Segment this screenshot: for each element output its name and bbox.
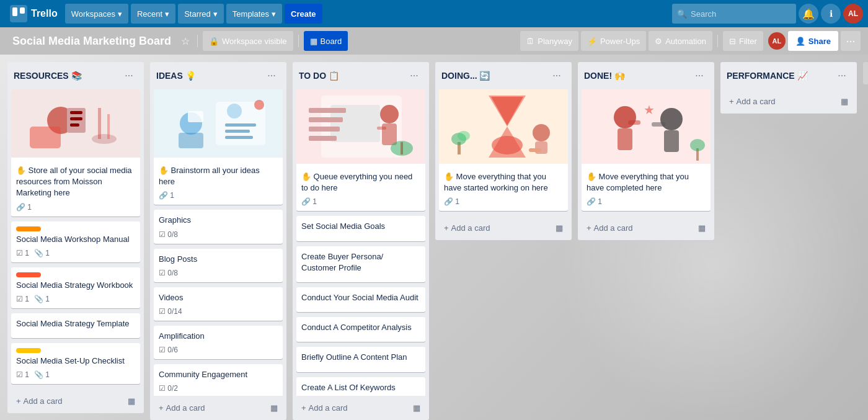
add-card-btn-todo[interactable]: + Add a card ▦ [296, 400, 425, 416]
svg-rect-28 [377, 127, 386, 130]
list-menu-btn-doing[interactable]: ··· [548, 67, 565, 84]
card-text: Conduct Your Social Media Audit [301, 292, 420, 303]
list-title-resources: RESOURCES 📚 [14, 71, 118, 81]
list-footer-done: + Add a card ▦ [578, 216, 714, 240]
card-text: ✋ Queue everything you need to do here [301, 171, 420, 194]
card-competitor-analysis[interactable]: Conduct A Competitor Analysis [296, 317, 425, 342]
card-graphics[interactable]: Graphics ☑ 0/8 [154, 210, 283, 243]
card-label-orange [16, 226, 41, 231]
card-meta: 🔗 1 [301, 197, 420, 206]
plus-icon: + [16, 396, 21, 406]
card-workshop-manual[interactable]: Social Media Workshop Manual ☑ 1 📎 1 [11, 221, 140, 262]
board-avatar[interactable]: AL [768, 32, 786, 50]
add-card-btn-doing[interactable]: + Add a card ▦ [439, 220, 568, 236]
card-buyer-persona[interactable]: Create Buyer Persona/ Customer Profile [296, 246, 425, 282]
list-todo: TO DO 📋 ··· [293, 62, 429, 420]
board-area: RESOURCES 📚 ··· [0, 55, 868, 420]
card-blog-posts[interactable]: Blog Posts ☑ 0/8 [154, 249, 283, 282]
card-meta: ☑ 1 📎 1 [16, 249, 135, 257]
list-resources: RESOURCES 📚 ··· [7, 62, 144, 413]
board-title[interactable]: Social Media Marketing Board [7, 32, 176, 50]
svg-rect-41 [529, 148, 541, 152]
divider [298, 35, 299, 47]
trello-logo[interactable]: Trello [5, 2, 63, 25]
card-badge-checklist: ☑ 0/14 [159, 307, 182, 316]
avatar[interactable]: AL [843, 4, 863, 24]
card-strategy-template[interactable]: Social Media Strategy Template [11, 313, 140, 338]
card-content-plan[interactable]: Briefly Outline A Content Plan [296, 347, 425, 372]
list-title-ideas: IDEAS 💡 [156, 71, 260, 81]
star-board-btn[interactable]: ☆ [179, 33, 192, 50]
list-menu-btn-resources[interactable]: ··· [120, 67, 138, 84]
add-card-btn-ideas[interactable]: + Add a card ▦ [154, 400, 283, 416]
svg-rect-8 [70, 117, 82, 120]
workspaces-btn[interactable]: Workspaces ▾ [65, 4, 128, 24]
add-card-btn-resources[interactable]: + Add a card ▦ [11, 393, 140, 409]
list-menu-btn-todo[interactable]: ··· [405, 67, 423, 84]
card-doing-intro[interactable]: ✋ Move everything that you have started … [439, 89, 568, 211]
card-social-media-goals[interactable]: Set Social Media Goals [296, 216, 425, 241]
card-text: ✋ Move everything that you have started … [444, 171, 563, 194]
card-text: ✋ Store all of your social media resourc… [16, 165, 135, 199]
card-badge-checklist: ☑ 0/2 [159, 384, 178, 393]
power-ups-btn[interactable]: ⚡ Power-Ups [581, 31, 646, 51]
card-badge-link: 🔗 1 [301, 197, 317, 206]
svg-rect-50 [664, 130, 679, 152]
starred-btn[interactable]: Starred ▾ [178, 4, 224, 24]
trello-wordmark: Trello [31, 8, 58, 19]
card-badge-link: 🔗 1 [16, 203, 32, 212]
workspace-visible-btn[interactable]: 🔒 Workspace visible [203, 31, 293, 51]
card-videos[interactable]: Videos ☑ 0/14 [154, 287, 283, 321]
card-text: Blog Posts [159, 254, 278, 265]
templates-btn[interactable]: Templates ▾ [226, 4, 282, 24]
automation-btn[interactable]: ⚙ Automation [649, 31, 712, 51]
card-ideas-intro[interactable]: ✋ Brainstorm all your ideas here 🔗 1 [154, 89, 283, 205]
card-badge-attach: 📎 1 [34, 370, 50, 379]
add-card-btn-performance[interactable]: + Add a card ▦ [724, 93, 853, 110]
svg-rect-5 [30, 127, 61, 148]
board-nav: Social Media Marketing Board ☆ 🔒 Workspa… [0, 27, 868, 55]
list-menu-btn-performance[interactable]: ··· [833, 67, 851, 84]
search-box[interactable]: 🔍 [672, 4, 796, 24]
card-resources-intro[interactable]: ✋ Store all of your social media resourc… [11, 89, 140, 217]
card-done-intro[interactable]: ★ ✋ Move everything that you have comple… [582, 89, 711, 211]
card-text: Social Media Strategy Template [16, 318, 135, 329]
add-card-btn-done[interactable]: + Add a card ▦ [582, 220, 711, 236]
list-header-doing: DOING... 🔄 ··· [435, 62, 572, 89]
planyway-btn[interactable]: 🗓 Planyway [520, 31, 578, 51]
filter-btn[interactable]: ⊟ Filter [723, 31, 763, 51]
svg-point-26 [380, 105, 399, 123]
add-another-list-btn[interactable]: + + Add another list [863, 62, 868, 84]
list-menu-btn-done[interactable]: ··· [691, 67, 708, 84]
card-image-ideas [154, 89, 283, 160]
share-btn[interactable]: 👤 Share [788, 31, 838, 51]
info-btn[interactable]: ℹ [821, 4, 841, 24]
card-todo-intro[interactable]: ✋ Queue everything you need to do here 🔗… [296, 89, 425, 211]
card-community-engagement[interactable]: Community Engagement ☑ 0/2 [154, 364, 283, 396]
card-meta: 🔗 1 [159, 191, 278, 200]
card-text: Community Engagement [159, 369, 278, 380]
divider [197, 35, 198, 47]
chevron-down-icon: ▾ [213, 9, 218, 19]
card-meta: 🔗 1 [587, 197, 706, 206]
card-template-icon: ▦ [413, 403, 420, 413]
board-view-btn[interactable]: ▦ Board [304, 31, 348, 51]
search-input[interactable] [691, 9, 784, 19]
recent-btn[interactable]: Recent ▾ [131, 4, 175, 24]
card-keywords[interactable]: Create A List Of Keywords [296, 377, 425, 396]
list-title-done: DONE! 🙌 [584, 71, 688, 81]
create-btn[interactable]: Create [285, 4, 322, 24]
card-text: Social Media Set-Up Checklist [16, 355, 135, 367]
list-menu-btn-ideas[interactable]: ··· [263, 67, 280, 84]
card-strategy-workbook[interactable]: Social Media Strategy Workbook ☑ 1 📎 1 [11, 267, 140, 308]
bell-btn[interactable]: 🔔 [799, 4, 818, 24]
more-btn[interactable]: ··· [841, 31, 861, 51]
board-icon: ▦ [310, 37, 317, 46]
card-amplification[interactable]: Amplification ☑ 0/6 [154, 326, 283, 359]
list-footer-performance: + Add a card ▦ [720, 89, 857, 114]
svg-point-44 [458, 131, 470, 141]
card-social-media-audit[interactable]: Conduct Your Social Media Audit [296, 287, 425, 312]
card-setup-checklist[interactable]: Social Media Set-Up Checklist ☑ 1 📎 1 [11, 343, 140, 384]
svg-rect-29 [309, 108, 346, 113]
card-template-icon: ▦ [841, 97, 848, 106]
